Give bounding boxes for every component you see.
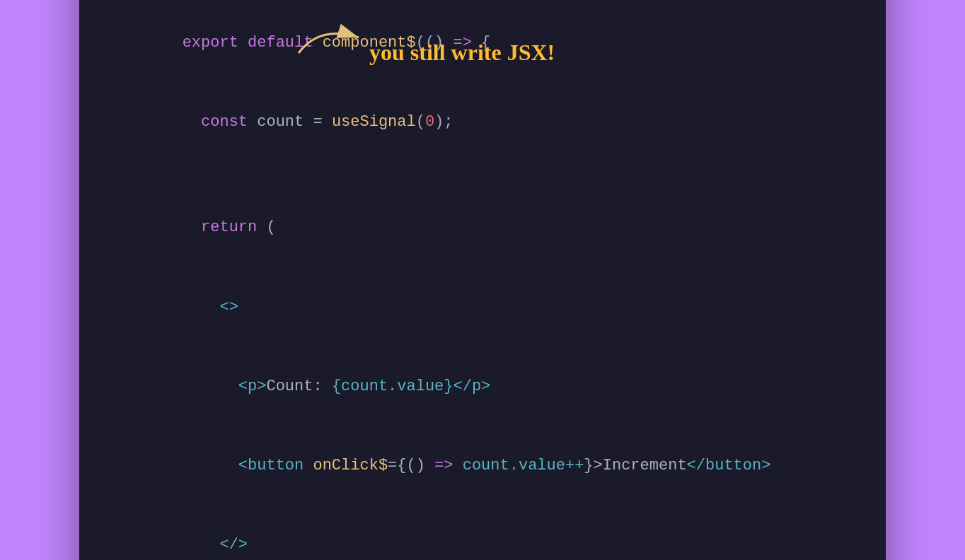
code-line-3: export default component$(() => { [108, 3, 857, 82]
code-window: import { component$, useSignal } from '@… [79, 0, 886, 560]
code-line-6: return ( [108, 188, 857, 267]
code-line-4: const count = useSignal(0); [108, 82, 857, 161]
code-line-8: <p>Count: {count.value}</p> [108, 346, 857, 426]
code-line-blank2 [108, 162, 857, 188]
page-wrapper: qwik import { component$, useSignal } fr… [79, 0, 886, 560]
code-line-9: <button onClick$={() => count.value++}>I… [108, 426, 857, 506]
code-line-7: <> [108, 267, 857, 346]
code-block: import { component$, useSignal } from '@… [108, 0, 857, 560]
code-line-10: </> [108, 506, 857, 560]
